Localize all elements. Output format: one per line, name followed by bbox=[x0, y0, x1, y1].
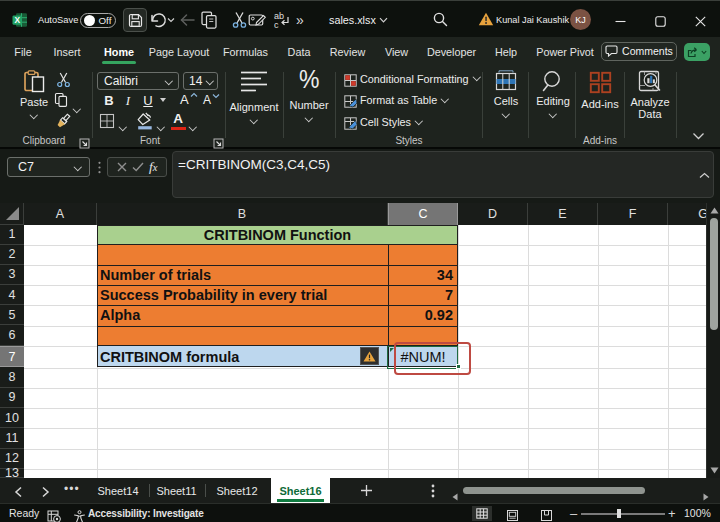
font-color-dropdown-chevron[interactable] bbox=[190, 115, 196, 133]
maximize-button[interactable] bbox=[645, 6, 675, 36]
row-header-6[interactable]: 6 bbox=[0, 326, 24, 346]
format-painter-button[interactable] bbox=[54, 113, 72, 134]
fill-color-dropdown-chevron[interactable] bbox=[158, 115, 164, 133]
zoom-out-button[interactable]: – bbox=[570, 504, 577, 522]
column-header-d[interactable]: D bbox=[458, 203, 528, 225]
font-color-button[interactable]: A bbox=[170, 111, 186, 126]
name-box[interactable]: C7 bbox=[7, 157, 90, 177]
collapse-ribbon-button[interactable] bbox=[692, 127, 705, 145]
expand-formula-bar-button[interactable] bbox=[699, 165, 710, 183]
ribbon-tab-home[interactable]: Home bbox=[104, 37, 134, 66]
cell-value-c3[interactable]: 34 bbox=[388, 265, 453, 285]
bold-button[interactable]: B bbox=[102, 93, 116, 108]
column-header-c[interactable]: C bbox=[388, 203, 458, 225]
column-header-a[interactable]: A bbox=[24, 203, 97, 225]
paste-button[interactable]: Paste bbox=[17, 70, 51, 118]
page-layout-view-button[interactable] bbox=[506, 506, 519, 522]
row-header-13[interactable]: 13 bbox=[0, 469, 24, 478]
fill-color-button[interactable] bbox=[136, 112, 154, 134]
column-header-b[interactable]: B bbox=[97, 203, 388, 225]
select-all-corner[interactable] bbox=[0, 203, 24, 225]
zoom-slider-track[interactable] bbox=[581, 513, 665, 515]
ribbon-tab-review[interactable]: Review bbox=[330, 37, 365, 66]
clipboard-dialog-launcher[interactable] bbox=[79, 135, 90, 146]
undo-dropdown-chevron[interactable] bbox=[167, 17, 175, 23]
row-header-5[interactable]: 5 bbox=[0, 305, 24, 325]
user-name[interactable]: Kunal Jai Kaushik bbox=[496, 1, 569, 38]
cell-label-b7[interactable]: CRITBINOM formula bbox=[100, 346, 384, 368]
row-header-1[interactable]: 1 bbox=[0, 225, 24, 245]
row-header-10[interactable]: 10 bbox=[0, 408, 24, 428]
close-button[interactable] bbox=[685, 6, 715, 36]
alignment-button[interactable]: Alignment bbox=[228, 70, 280, 123]
row-header-7[interactable]: 7 bbox=[0, 346, 24, 368]
undo-button[interactable] bbox=[147, 10, 167, 30]
document-title[interactable]: sales.xlsx bbox=[329, 1, 388, 38]
borders-button[interactable] bbox=[99, 113, 115, 133]
qat-overflow-button[interactable]: » bbox=[296, 1, 304, 38]
comments-button[interactable]: Comments bbox=[601, 42, 677, 62]
page-break-view-button[interactable] bbox=[540, 506, 553, 522]
copy-dropdown-chevron[interactable] bbox=[74, 97, 80, 115]
copy-button[interactable] bbox=[54, 92, 69, 112]
save-button[interactable] bbox=[123, 8, 147, 32]
sheet-tab-sheet11[interactable]: Sheet11 bbox=[149, 478, 204, 503]
cell-title-b1[interactable]: CRITBINOM Function bbox=[97, 225, 458, 245]
row-header-4[interactable]: 4 bbox=[0, 285, 24, 305]
ribbon-tab-help[interactable]: Help bbox=[495, 37, 517, 66]
underline-button[interactable]: U bbox=[141, 93, 155, 108]
zoom-slider-handle[interactable] bbox=[617, 509, 621, 518]
row-header-3[interactable]: 3 bbox=[0, 265, 24, 285]
ribbon-tab-insert[interactable]: Insert bbox=[53, 37, 80, 66]
ribbon-tab-data[interactable]: Data bbox=[288, 37, 311, 66]
cell-label-b5[interactable]: Alpha bbox=[100, 305, 384, 325]
ribbon-tab-view[interactable]: View bbox=[385, 37, 408, 66]
avatar[interactable]: KJ bbox=[570, 9, 591, 30]
horizontal-scroll-thumb[interactable] bbox=[463, 487, 645, 494]
row-header-8[interactable]: 8 bbox=[0, 368, 24, 388]
sheet-list-button[interactable]: ••• bbox=[64, 482, 80, 496]
decrease-font-button[interactable]: A bbox=[203, 93, 220, 107]
new-sheet-button[interactable] bbox=[360, 483, 373, 501]
row-header-9[interactable]: 9 bbox=[0, 388, 24, 408]
spelling-button[interactable]: ab c bbox=[272, 10, 292, 30]
minimize-button[interactable] bbox=[605, 6, 635, 36]
borders-dropdown-chevron[interactable] bbox=[120, 115, 126, 133]
ribbon-tab-formulas[interactable]: Formulas bbox=[223, 37, 268, 66]
font-dialog-launcher[interactable] bbox=[213, 135, 224, 146]
formula-input[interactable]: =CRITBINOM(C3,C4,C5) bbox=[172, 151, 714, 198]
row-header-11[interactable]: 11 bbox=[0, 428, 24, 448]
sheet-tab-sheet16[interactable]: Sheet16 bbox=[271, 478, 330, 503]
copy-button[interactable] bbox=[200, 10, 219, 30]
ribbon-tab-power-pivot[interactable]: Power Pivot bbox=[536, 37, 594, 66]
cells-button[interactable]: Cells bbox=[483, 70, 529, 117]
macro-record-button[interactable] bbox=[47, 507, 61, 522]
cell-label-b3[interactable]: Number of trials bbox=[100, 265, 384, 285]
number-button[interactable]: % Number bbox=[283, 68, 335, 121]
draw-button[interactable] bbox=[248, 11, 267, 29]
cell-label-b4[interactable]: Success Probability in every trial bbox=[100, 285, 384, 305]
error-checking-button[interactable] bbox=[360, 347, 379, 365]
normal-view-button[interactable] bbox=[472, 506, 492, 521]
addins-button[interactable]: Add-ins bbox=[577, 71, 623, 110]
sheet-tab-sheet14[interactable]: Sheet14 bbox=[88, 478, 148, 503]
cell-value-c4[interactable]: 7 bbox=[388, 285, 453, 305]
search-button[interactable] bbox=[432, 11, 449, 28]
sheet-options-button[interactable] bbox=[431, 484, 435, 502]
vertical-scrollbar[interactable] bbox=[706, 203, 720, 478]
font-name-select[interactable]: Calibri bbox=[97, 72, 179, 90]
autosave-toggle[interactable]: Off bbox=[80, 13, 116, 28]
cell-value-c5[interactable]: 0.92 bbox=[388, 305, 453, 325]
cell-styles-button[interactable]: Cell Styles bbox=[360, 116, 422, 128]
ribbon-tab-file[interactable]: File bbox=[14, 37, 31, 66]
editing-button[interactable]: Editing bbox=[530, 70, 576, 117]
font-size-select[interactable]: 14 bbox=[183, 72, 218, 90]
format-as-table-button[interactable]: Format as Table bbox=[360, 94, 448, 106]
alert-warning-icon[interactable] bbox=[478, 12, 494, 26]
insert-function-icon[interactable]: fx bbox=[149, 159, 157, 175]
increase-font-button[interactable]: A bbox=[180, 92, 198, 107]
redo-button[interactable] bbox=[178, 10, 198, 30]
cut-button[interactable] bbox=[230, 10, 249, 30]
ribbon-tab-developer[interactable]: Developer bbox=[427, 37, 476, 66]
enter-icon[interactable] bbox=[132, 162, 144, 172]
